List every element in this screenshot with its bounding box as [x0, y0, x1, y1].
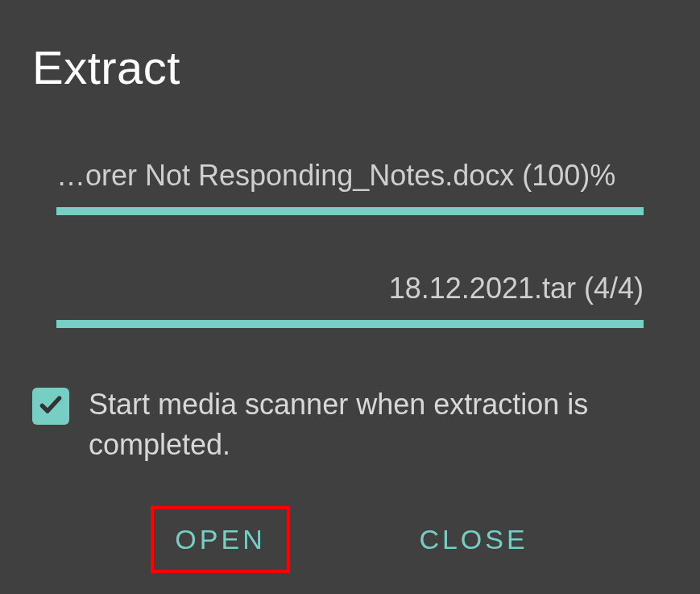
- media-scanner-checkbox[interactable]: [32, 388, 69, 425]
- open-button[interactable]: OPEN: [151, 506, 289, 573]
- dialog-title: Extract: [32, 40, 668, 94]
- archive-progress-label: 18.12.2021.tar (4/4): [56, 272, 644, 305]
- archive-progress-bar: [56, 320, 644, 328]
- close-button[interactable]: CLOSE: [398, 509, 549, 570]
- dialog-button-row: OPEN CLOSE: [32, 506, 668, 573]
- media-scanner-checkbox-row[interactable]: Start media scanner when extraction is c…: [32, 384, 668, 466]
- file-progress-label: …orer Not Responding_Notes.docx (100)%: [56, 159, 644, 193]
- file-progress-section: …orer Not Responding_Notes.docx (100)%: [32, 159, 668, 215]
- extract-dialog: Extract …orer Not Responding_Notes.docx …: [0, 0, 700, 594]
- checkmark-icon: [38, 392, 64, 421]
- file-progress-bar: [56, 207, 644, 215]
- archive-progress-section: 18.12.2021.tar (4/4): [32, 272, 668, 328]
- media-scanner-label: Start media scanner when extraction is c…: [89, 384, 668, 466]
